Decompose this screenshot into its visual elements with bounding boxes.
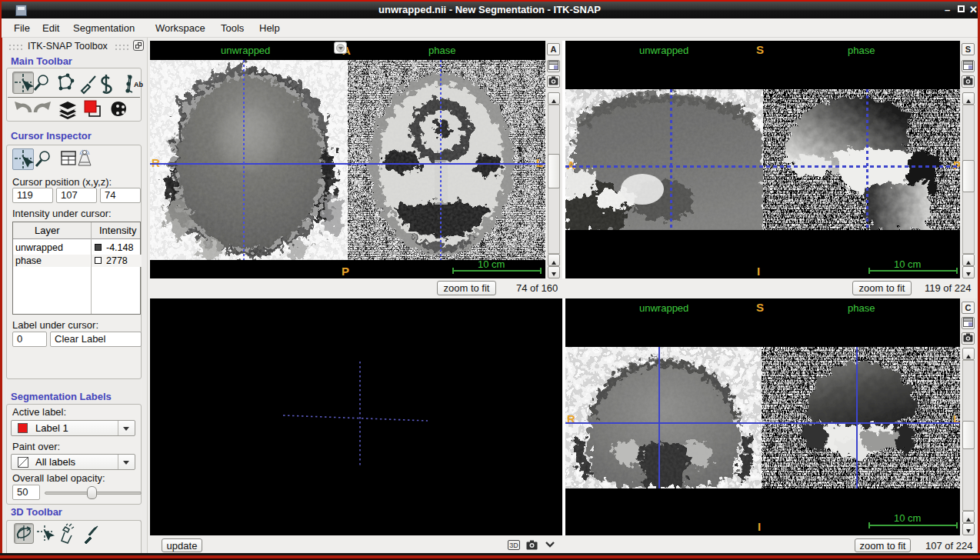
svg-text:Ab: Ab [134, 81, 143, 88]
